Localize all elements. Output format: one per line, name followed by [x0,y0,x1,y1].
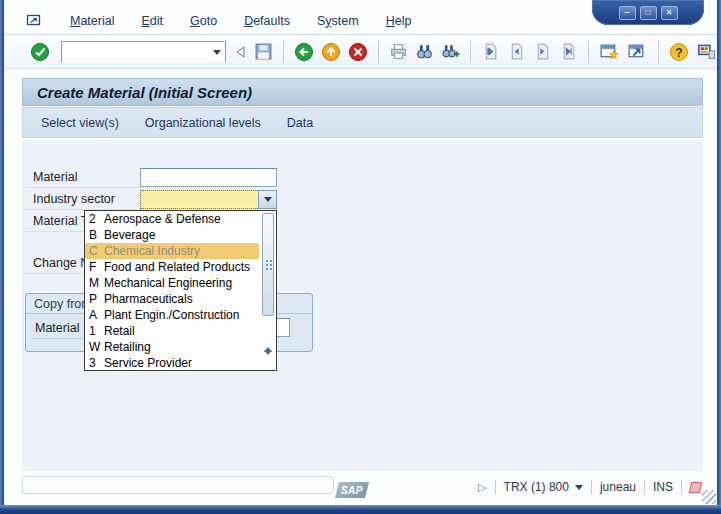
organizational-levels-button[interactable]: Organizational levels [145,116,261,130]
status-expand-icon[interactable]: ▷ [478,481,486,494]
list-item[interactable]: MMechanical Engineering [85,275,259,291]
cancel-icon[interactable] [348,42,368,62]
window-frame-right [717,0,721,514]
screen-title-bar: Create Material (Initial Screen) [22,78,703,106]
find-next-icon[interactable] [441,42,460,61]
page-title: Create Material (Initial Screen) [37,84,252,101]
data-button[interactable]: Data [287,116,313,130]
material-field[interactable] [140,168,277,187]
chevron-down-icon [264,197,272,202]
status-bar-right: ▷ TRX (1) 800 juneau INS [478,478,701,496]
close-button[interactable]: ✕ [661,6,678,20]
save-icon[interactable] [254,42,273,61]
toolbar-separator [283,41,284,63]
status-separator [495,480,496,494]
system-dropdown-icon[interactable] [575,485,583,490]
enter-icon[interactable] [30,42,50,62]
command-input[interactable] [62,43,225,62]
menu-defaults[interactable]: Defaults [244,14,290,28]
list-item-highlighted[interactable]: CChemical Industry [85,243,259,259]
toolbar-separator [588,41,589,63]
scroll-up-icon[interactable] [264,330,272,348]
list-item[interactable]: 3Service Provider [85,355,259,371]
first-page-icon[interactable] [481,42,500,61]
back-icon[interactable] [294,42,314,62]
create-shortcut-icon[interactable] [627,42,648,61]
insert-mode-indicator: INS [653,480,673,494]
menu-help[interactable]: Help [386,14,412,28]
minimize-button[interactable]: ─ [619,6,636,20]
list-item[interactable]: 2Aerospace & Defense [85,211,259,227]
industry-sector-dropdown-button[interactable] [258,190,277,209]
next-page-icon[interactable] [533,42,552,61]
list-item[interactable]: PPharmaceuticals [85,291,259,307]
menu-edit[interactable]: Edit [141,14,163,28]
maximize-button[interactable]: □ [640,6,657,20]
new-session-icon[interactable] [599,42,620,61]
server-name: juneau [600,480,636,494]
toolbar-separator [470,41,471,63]
status-separator [644,480,645,494]
industry-sector-field[interactable] [140,190,258,209]
list-item[interactable]: WRetailing [85,339,259,355]
status-separator [681,480,682,494]
print-icon[interactable] [389,42,408,61]
customize-layout-icon[interactable] [696,42,717,61]
system-session-text: TRX (1) 800 [504,480,569,494]
last-page-icon[interactable] [559,42,578,61]
list-item[interactable]: FFood and Related Products [85,259,259,275]
svg-text:?: ? [675,45,682,59]
main-screen-area: Material Industry sector Material Type C… [22,140,703,471]
command-field[interactable] [61,41,226,62]
system-menu-icon[interactable] [26,13,43,28]
scrollbar-grip-icon [266,260,268,262]
system-session-cell[interactable]: TRX (1) 800 [504,480,583,494]
industry-sector-label: Industry sector [25,190,140,210]
window-frame-left [0,0,4,514]
command-dropdown-icon[interactable] [213,50,221,55]
previous-page-icon[interactable] [507,42,526,61]
find-icon[interactable] [415,42,434,61]
select-views-button[interactable]: Select view(s) [41,116,119,130]
menu-system[interactable]: System [317,14,359,28]
application-toolbar: Select view(s) Organizational levels Dat… [22,107,703,138]
status-message-field [22,476,334,494]
exit-icon[interactable] [321,42,341,62]
status-log-icon[interactable] [689,482,702,493]
list-item[interactable]: BBeverage [85,227,259,243]
scroll-down-icon[interactable] [264,355,272,373]
menu-material[interactable]: Material [70,14,114,28]
toolbar-separator [658,41,659,63]
material-label: Material [25,168,140,188]
window-controls: ─ □ ✕ [592,0,704,25]
status-separator [591,480,592,494]
standard-toolbar: ? [4,35,717,69]
industry-sector-combobox[interactable] [140,190,277,209]
help-icon[interactable]: ? [669,42,689,62]
industry-sector-dropdown-list: 2Aerospace & Defense BBeverage CChemical… [84,210,277,371]
resize-grip[interactable] [702,490,716,504]
scrollbar-thumb[interactable] [262,213,274,316]
dropdown-scrollbar[interactable] [259,211,276,370]
window-frame-bottom [0,505,721,514]
list-item[interactable]: 1Retail [85,323,259,339]
hide-toolbar-icon[interactable] [233,44,247,60]
sap-logo: SAP [335,482,369,498]
sap-gui-window: ─ □ ✕ Material Edit Goto Defaults System… [0,0,721,514]
list-item[interactable]: APlant Engin./Construction [85,307,259,323]
menu-goto[interactable]: Goto [190,14,217,28]
toolbar-separator [378,41,379,63]
